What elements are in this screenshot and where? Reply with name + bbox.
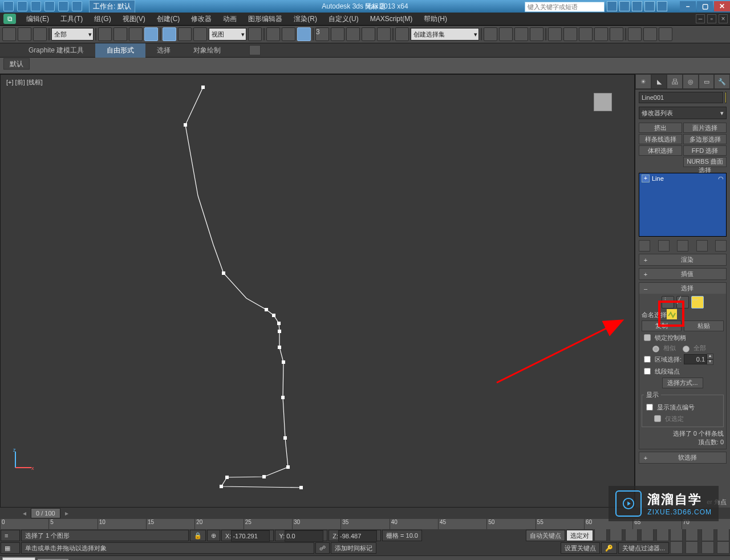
teapot2-icon[interactable] (643, 27, 657, 41)
sub-icon[interactable] (619, 1, 630, 11)
stack-expand-icon[interactable]: + (642, 175, 650, 182)
time-prev-icon[interactable]: ◂ (23, 509, 26, 517)
mdi-close[interactable]: × (719, 14, 728, 23)
binoculars-icon[interactable] (607, 1, 617, 11)
window-crossing-icon[interactable] (144, 27, 158, 41)
zoom-icon[interactable] (686, 529, 698, 541)
snap3-icon[interactable]: 3 (315, 27, 329, 41)
link-icon[interactable] (33, 27, 47, 41)
named-selection-set[interactable]: 创建选择集 (411, 28, 479, 40)
track-bar[interactable]: 0 5 10 15 20 25 30 35 40 45 50 55 60 65 … (0, 519, 730, 529)
rollout-render-header[interactable]: +渲染 (639, 254, 726, 265)
ribbon-tab-freeform[interactable]: 自由形式 (95, 43, 145, 58)
autokey-button[interactable]: 自动关键点 (526, 530, 565, 541)
prev-frame-icon[interactable] (610, 529, 622, 541)
curve-editor-icon[interactable] (530, 27, 544, 41)
lock-selection-icon[interactable]: 🔒 (190, 530, 206, 541)
select-region-icon[interactable] (129, 27, 143, 41)
dolly-icon[interactable] (686, 541, 698, 554)
setkey-button[interactable]: 设置关键点 (561, 542, 600, 554)
menu-animation[interactable]: 动画 (217, 13, 242, 25)
spinner-snap-icon[interactable] (362, 27, 375, 41)
object-name-field[interactable] (639, 92, 723, 103)
render-icon[interactable] (610, 27, 623, 41)
key-icon[interactable]: 🔑 (601, 542, 617, 554)
select-byname-icon[interactable] (113, 27, 127, 41)
angle-snap-icon[interactable] (331, 27, 344, 41)
time-slider[interactable]: ◂ 0 / 100 ▸ (0, 508, 730, 519)
subobj-segment-icon[interactable]: ╱ (676, 296, 689, 309)
menu-tools[interactable]: 工具(T) (55, 13, 88, 25)
ribbon-drop-icon[interactable] (249, 45, 261, 55)
copy-button[interactable]: 复制 (642, 320, 682, 331)
seg-end-check[interactable] (644, 368, 651, 375)
mod-facesel[interactable]: 面片选择 (683, 123, 727, 133)
mirror-icon[interactable] (484, 27, 497, 41)
qat-undo-icon[interactable] (44, 1, 55, 11)
viewcube[interactable] (589, 88, 617, 117)
select-way-button[interactable]: 选择方式... (662, 378, 703, 388)
tab-modify-icon[interactable]: ◣ (651, 74, 667, 89)
mod-splinesel[interactable]: 样条线选择 (639, 134, 682, 144)
mdi-min[interactable]: – (696, 14, 705, 23)
snap5-icon[interactable] (377, 27, 391, 41)
qat-redo-icon[interactable] (58, 1, 68, 11)
tab-hierarchy-icon[interactable]: 品 (667, 74, 683, 89)
coord-z-field[interactable] (338, 530, 377, 542)
viewport-canvas[interactable] (1, 75, 634, 507)
tab-motion-icon[interactable]: ◎ (683, 74, 699, 89)
teapot1-icon[interactable] (628, 27, 642, 41)
selection-filter[interactable]: 全部 (51, 28, 94, 40)
help-search[interactable] (525, 2, 599, 11)
add-timetag[interactable]: 添加时间标记 (331, 542, 376, 554)
unique-icon[interactable] (677, 240, 688, 251)
viewport[interactable]: [+] [前] [线框] (0, 74, 635, 508)
keyboard-shortcut-icon[interactable] (282, 27, 295, 41)
favorite-icon[interactable] (644, 1, 655, 11)
modifier-stack[interactable]: +Line ◠ (639, 173, 727, 237)
object-color-swatch[interactable] (725, 92, 727, 103)
named-sel-set-icon[interactable] (395, 27, 409, 41)
stack-bulb-icon[interactable]: ◠ (718, 175, 724, 182)
roll-icon[interactable] (701, 541, 714, 554)
pivot-icon[interactable] (248, 27, 262, 41)
rotate-icon[interactable] (178, 27, 192, 41)
align-icon[interactable] (499, 27, 513, 41)
viewport-label[interactable]: [+] [前] [线框] (6, 78, 43, 87)
coord-y-field[interactable] (285, 530, 323, 542)
scale-icon[interactable] (193, 27, 207, 41)
time-slider-handle[interactable]: 0 / 100 (31, 508, 60, 518)
play-icon[interactable] (625, 529, 638, 541)
close-button[interactable]: ✕ (714, 1, 730, 11)
subobj-spline-icon[interactable]: 〰 (691, 296, 704, 309)
fov-icon[interactable] (717, 529, 729, 541)
selset-dd[interactable]: 选定对 (566, 530, 593, 541)
render-frame-icon[interactable] (594, 27, 608, 41)
time-next-icon[interactable]: ▸ (65, 509, 68, 517)
tab-create-icon[interactable]: ☀ (635, 74, 651, 89)
render-setup-icon[interactable] (579, 27, 593, 41)
modifier-list[interactable]: 修改器列表▾ (639, 107, 727, 119)
menu-customize[interactable]: 自定义(U) (323, 13, 364, 25)
workspace-selector[interactable]: 工作台: 默认 (89, 0, 135, 13)
menu-view[interactable]: 视图(V) (117, 13, 151, 25)
rollout-soft-header[interactable]: +软选择 (639, 452, 726, 463)
pan-icon[interactable] (670, 529, 683, 541)
rollout-select-header[interactable]: –选择 (639, 283, 726, 294)
show-vnum-check[interactable] (646, 404, 653, 411)
area-select-check[interactable] (644, 356, 651, 363)
move-icon[interactable] (163, 27, 176, 41)
tab-display-icon[interactable]: ▭ (699, 74, 715, 89)
ribbon-tab-selection[interactable]: 选择 (145, 43, 182, 58)
maximize-viewport-icon[interactable] (717, 541, 729, 554)
zoom-extents-icon[interactable] (701, 529, 714, 541)
timetag-icon[interactable]: ☍ (315, 542, 330, 554)
keyfilter-button[interactable]: 关键点过滤器... (618, 542, 669, 554)
show-end-icon[interactable] (658, 240, 670, 251)
area-select-spinner[interactable]: ▴▾ (684, 354, 713, 365)
exchange-icon[interactable] (632, 1, 642, 11)
goto-start-icon[interactable] (594, 529, 607, 541)
tab-welcome[interactable]: 欢迎使用 (2, 557, 35, 560)
mod-volsel[interactable]: 体积选择 (639, 145, 682, 156)
ribbon-tab-objpaint[interactable]: 对象绘制 (182, 43, 232, 58)
